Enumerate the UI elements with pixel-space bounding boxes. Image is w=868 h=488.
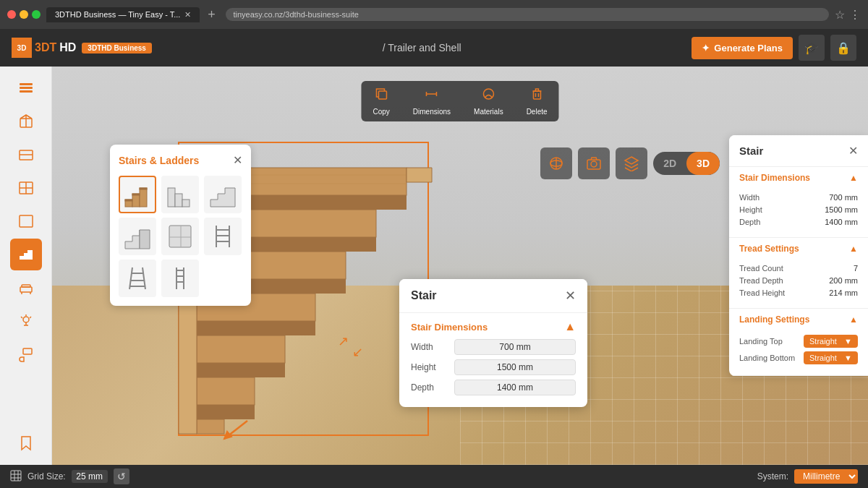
materials-label: Materials — [474, 108, 503, 116]
sidebar-furniture-icon[interactable] — [10, 272, 42, 304]
center-stair-dim-title: Stair Dimensions — [411, 322, 488, 333]
business-badge: 3DTHD Business — [82, 43, 152, 53]
stair-type-5[interactable] — [161, 218, 199, 255]
materials-tool[interactable]: Materials — [462, 81, 515, 121]
tread-height-row: Tread Height 214 mm — [739, 288, 858, 297]
grid-size-input[interactable] — [72, 470, 108, 483]
stair-dim-chevron-icon: ▲ — [849, 173, 858, 183]
height-input[interactable] — [454, 359, 576, 375]
right-panel-header: Stair ✕ — [729, 135, 868, 167]
active-tab[interactable]: 3DTHD Business — Tiny Easy - T... ✕ — [46, 7, 200, 22]
landing-bottom-label: Landing Bottom — [739, 354, 795, 362]
landing-bottom-chevron-icon: ▼ — [844, 354, 852, 362]
right-landing-title: Landing Settings — [739, 314, 809, 325]
view-2d-btn[interactable]: 2D — [653, 152, 686, 175]
right-stair-dimensions-section: Stair Dimensions ▲ Width 700 mm Height 1… — [729, 167, 868, 238]
r-depth-label: Depth — [739, 218, 760, 226]
stairs-panel-close-btn[interactable]: ✕ — [233, 153, 242, 167]
delete-tool[interactable]: Delete — [515, 81, 559, 121]
svg-rect-63 — [132, 194, 140, 207]
tread-height-label: Tread Height — [739, 288, 785, 297]
view-mode-buttons: 2D 3D — [540, 147, 720, 179]
stair-type-6-ladder[interactable] — [204, 218, 242, 255]
sidebar-window-icon[interactable] — [10, 172, 42, 204]
dimensions-tool[interactable]: Dimensions — [401, 81, 462, 121]
svg-rect-37 — [197, 335, 285, 363]
right-panel-close-btn[interactable]: ✕ — [848, 144, 858, 158]
generate-plans-button[interactable]: ✦ Generate Plans — [692, 37, 793, 59]
view-3d-orbit-btn[interactable] — [540, 147, 572, 179]
tread-height-value: 214 mm — [829, 288, 858, 297]
sidebar-bookmark-icon[interactable] — [10, 427, 42, 459]
landing-bottom-dropdown[interactable]: Straight ▼ — [804, 351, 858, 364]
stair-type-7-ladder[interactable] — [119, 260, 156, 297]
svg-line-18 — [21, 317, 22, 318]
view-camera-btn[interactable] — [578, 147, 610, 179]
tread-count-label: Tread Count — [739, 264, 783, 273]
stair-type-4[interactable] — [119, 218, 156, 255]
browser-menu-icon[interactable]: ⋮ — [849, 8, 861, 22]
right-stair-dim-title: Stair Dimensions — [739, 173, 810, 183]
address-bar[interactable]: tinyeasy.co.nz/3dthd-business-suite — [226, 8, 829, 21]
stair-type-2[interactable] — [161, 176, 199, 213]
landing-content: Landing Top Straight ▼ Landing Bottom St… — [729, 330, 868, 375]
sidebar-floor-icon[interactable] — [10, 139, 42, 171]
view-layers-btn[interactable] — [616, 147, 647, 179]
stairs-panel-header: Stairs & Ladders ✕ — [119, 153, 242, 167]
reset-grid-btn[interactable]: ↺ — [114, 468, 129, 484]
browser-chrome: 3DTHD Business — Tiny Easy - T... ✕ + ti… — [0, 0, 868, 29]
svg-rect-0 — [20, 90, 33, 93]
r-depth-value: 1400 mm — [825, 218, 858, 226]
logo-hd: HD — [59, 41, 76, 54]
landing-top-dropdown[interactable]: Straight ▼ — [804, 335, 858, 348]
svg-rect-1 — [20, 87, 33, 89]
viewport[interactable]: ↗ ↙ Copy Dimensions — [52, 67, 868, 465]
tread-count-value: 7 — [854, 264, 858, 273]
copy-icon — [374, 87, 388, 105]
stair-dim-content: Width 700 mm Height 1500 mm Depth 1400 m… — [729, 189, 868, 237]
minimize-window-btn[interactable] — [20, 10, 28, 19]
view-3d-btn[interactable]: 3D — [686, 152, 720, 175]
sidebar-stairs-icon[interactable] — [10, 239, 42, 270]
sidebar-panel-icon[interactable] — [10, 205, 42, 237]
floating-toolbar: Copy Dimensions Materials — [361, 81, 558, 121]
copy-label: Copy — [373, 108, 389, 116]
stair-type-8-ladder[interactable] — [161, 260, 199, 297]
landing-bottom-value: Straight — [809, 354, 837, 362]
stair-type-1[interactable] — [119, 176, 156, 213]
system-label: System: — [757, 471, 788, 481]
account-button[interactable]: 🔒 — [830, 35, 856, 61]
right-tread-header[interactable]: Tread Settings ▲ — [729, 238, 868, 260]
width-input[interactable] — [454, 339, 576, 355]
sidebar-layers-icon[interactable] — [10, 72, 42, 104]
svg-rect-53 — [533, 91, 540, 99]
right-stair-dim-header[interactable]: Stair Dimensions ▲ — [729, 167, 868, 189]
help-button[interactable]: 🎓 — [799, 35, 825, 61]
tab-close-icon[interactable]: ✕ — [184, 10, 191, 20]
nav-actions: ✦ Generate Plans 🎓 🔒 — [692, 35, 856, 61]
sidebar-light-icon[interactable] — [10, 305, 42, 337]
sidebar-paint-icon[interactable] — [10, 338, 42, 370]
depth-label: Depth — [411, 382, 434, 393]
svg-rect-43 — [197, 419, 224, 434]
center-stair-dimensions-section: Stair Dimensions ▲ Width Height Depth — [399, 313, 587, 407]
tread-count-row: Tread Count 7 — [739, 264, 858, 273]
center-stair-dim-collapse-icon[interactable]: ▲ — [564, 320, 576, 333]
new-tab-btn[interactable]: + — [203, 6, 220, 23]
browser-star-icon[interactable]: ☆ — [835, 8, 845, 22]
delete-icon — [529, 87, 544, 105]
close-window-btn[interactable] — [7, 10, 16, 19]
stair-type-3[interactable] — [204, 176, 242, 213]
maximize-window-btn[interactable] — [32, 10, 41, 19]
sidebar-box-icon[interactable] — [10, 106, 42, 137]
right-landing-header[interactable]: Landing Settings ▲ — [729, 309, 868, 330]
tread-depth-row: Tread Depth 200 mm — [739, 276, 858, 285]
depth-input[interactable] — [454, 380, 576, 395]
r-depth-row: Depth 1400 mm — [739, 218, 858, 226]
stair-items-grid — [119, 176, 242, 297]
svg-rect-67 — [140, 188, 147, 189]
system-dropdown[interactable]: Millimetre Inch — [794, 469, 858, 484]
generate-icon: ✦ — [702, 43, 710, 53]
center-panel-close-btn[interactable]: ✕ — [565, 288, 576, 304]
copy-tool[interactable]: Copy — [361, 81, 401, 121]
